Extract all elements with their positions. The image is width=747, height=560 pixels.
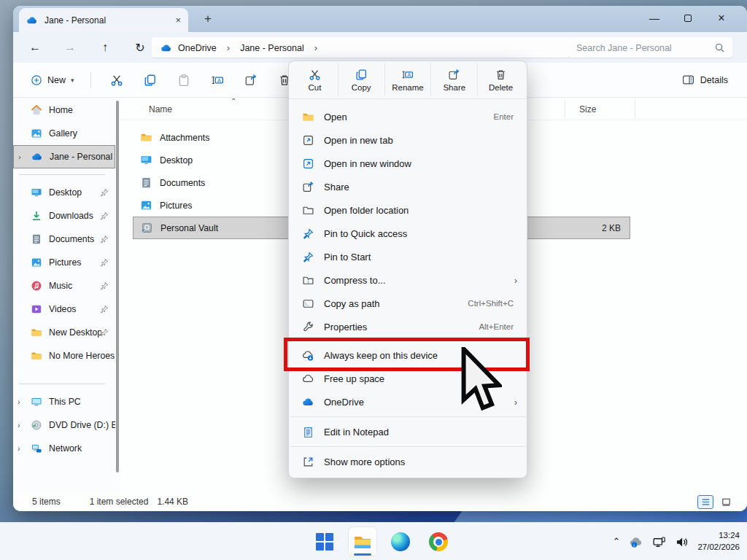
menu-item-copy-as-path[interactable]: Copy as path Ctrl+Shift+C — [289, 292, 527, 315]
menu-divider — [290, 446, 526, 447]
sidebar-item-pictures[interactable]: Pictures — [13, 251, 115, 274]
sidebar-item-no-more-heroes[interactable]: No More Heroes — [13, 344, 115, 368]
sidebar-item-desktop[interactable]: Desktop — [13, 181, 115, 204]
sidebar-item-dvd-drive[interactable]: › DVD Drive (D:) E — [13, 413, 115, 437]
pin-icon — [99, 327, 109, 338]
tab-title: Jane - Personal — [44, 15, 106, 26]
icons-view-button[interactable] — [718, 495, 734, 509]
time: 13:24 — [697, 530, 740, 542]
menu-item-show-more-options[interactable]: Show more options — [289, 450, 527, 473]
sidebar-scrollbar[interactable] — [116, 101, 119, 472]
search-box[interactable] — [568, 37, 732, 58]
menu-item-pin-to-start[interactable]: Pin to Start — [289, 245, 527, 268]
edge-icon — [391, 532, 410, 551]
sidebar-label: This PC — [49, 397, 81, 407]
details-view-button[interactable] — [697, 495, 713, 509]
menu-item-open[interactable]: Open Enter — [289, 105, 527, 128]
new-button[interactable]: New ▾ — [23, 70, 82, 90]
rename-button[interactable] — [201, 69, 234, 92]
sidebar-item-this-pc[interactable]: › This PC — [13, 390, 115, 413]
menu-item-open-new-window[interactable]: Open in new window — [289, 152, 527, 175]
paste-button[interactable] — [167, 69, 201, 92]
taskbar-edge[interactable] — [387, 527, 414, 556]
cut-button[interactable]: Cut — [292, 63, 338, 96]
column-divider[interactable] — [565, 101, 565, 118]
tab-close-icon[interactable]: × — [175, 15, 181, 26]
chrome-icon — [429, 532, 448, 551]
sidebar-item-videos[interactable]: Videos — [13, 298, 115, 321]
sort-ascending-icon: ⌃ — [231, 97, 236, 105]
chevron-right-icon[interactable]: › — [18, 421, 20, 429]
taskbar-file-explorer[interactable] — [349, 527, 376, 556]
chevron-right-icon[interactable]: › — [18, 444, 20, 453]
rename-button[interactable]: Rename — [385, 63, 432, 96]
sidebar-item-new-desktop[interactable]: New Desktop — [13, 321, 115, 344]
details-label: Details — [700, 75, 728, 85]
sidebar-item-music[interactable]: Music — [13, 274, 115, 298]
onedrive-icon — [26, 15, 38, 26]
chevron-right-icon[interactable]: › — [18, 397, 20, 406]
folder-icon — [302, 111, 314, 123]
column-header-name[interactable]: Name — [149, 104, 172, 114]
address-bar[interactable]: OneDrive › Jane - Personal › — [152, 37, 573, 58]
icons-view-icon — [721, 497, 732, 508]
menu-label: OneDrive — [324, 397, 364, 408]
start-button[interactable] — [311, 527, 338, 556]
forward-button[interactable]: → — [53, 41, 88, 54]
selection-count: 1 item selected — [90, 497, 149, 507]
taskbar-clock[interactable]: 13:24 27/02/2026 — [697, 530, 743, 553]
menu-item-pin-quick-access[interactable]: Pin to Quick access — [289, 222, 527, 245]
menu-item-properties[interactable]: Properties Alt+Enter — [289, 315, 527, 338]
menu-label: Show more options — [324, 456, 405, 467]
volume-icon[interactable] — [675, 535, 689, 549]
copy-button[interactable] — [133, 69, 167, 92]
sidebar-item-home[interactable]: Home — [13, 98, 115, 122]
maximize-button[interactable] — [671, 12, 705, 24]
menu-item-open-new-tab[interactable]: Open in new tab — [289, 128, 527, 152]
breadcrumb-onedrive[interactable]: OneDrive — [178, 43, 217, 53]
delete-button[interactable]: Delete — [478, 63, 524, 96]
details-button[interactable]: Details — [682, 74, 737, 86]
explorer-tab[interactable]: Jane - Personal × — [19, 8, 188, 32]
share-button[interactable]: Share — [431, 63, 478, 96]
sidebar-item-documents[interactable]: Documents — [13, 228, 115, 251]
cut-button[interactable] — [100, 69, 133, 92]
onedrive-tray-icon[interactable] — [629, 534, 643, 549]
column-header-size[interactable]: Size — [579, 104, 596, 114]
this-pc-icon — [31, 396, 42, 408]
file-name: Pictures — [160, 201, 192, 211]
menu-item-edit-in-notepad[interactable]: Edit in Notepad — [289, 420, 527, 443]
file-name: Attachments — [160, 133, 209, 143]
copy-button[interactable]: Copy — [338, 63, 385, 96]
chevron-right-icon[interactable]: › — [18, 152, 21, 161]
sidebar-label: Downloads — [49, 211, 93, 221]
menu-item-open-folder-location[interactable]: Open folder location — [289, 198, 527, 222]
file-name: Desktop — [160, 155, 193, 166]
toolbar-divider — [90, 72, 91, 88]
documents-icon — [140, 176, 152, 189]
folder-icon — [31, 350, 42, 362]
up-button[interactable]: ↑ — [88, 41, 123, 54]
chevron-right-icon: › — [222, 42, 234, 53]
sidebar-item-gallery[interactable]: Gallery — [13, 122, 115, 145]
network-tray-icon[interactable] — [652, 535, 666, 549]
minimize-button[interactable]: — — [638, 12, 671, 24]
sidebar-item-downloads[interactable]: Downloads — [13, 204, 115, 228]
title-bar: Jane - Personal × + — × — [13, 6, 747, 32]
tray-overflow-button[interactable]: ⌃ — [613, 536, 621, 547]
menu-item-compress-to[interactable]: Compress to... › — [289, 268, 527, 292]
back-button[interactable]: ← — [18, 41, 53, 54]
sidebar-item-jane-personal[interactable]: › Jane - Personal — [13, 145, 115, 168]
sidebar-item-network[interactable]: › Network — [13, 437, 115, 460]
menu-item-share[interactable]: Share — [289, 175, 527, 198]
share-button[interactable] — [234, 69, 268, 92]
search-input[interactable] — [575, 42, 714, 54]
new-tab-button[interactable]: + — [204, 12, 212, 26]
close-button[interactable]: × — [705, 12, 738, 25]
column-divider[interactable] — [635, 101, 635, 118]
taskbar-chrome[interactable] — [425, 527, 452, 556]
home-icon — [31, 104, 42, 116]
open-new-window-icon — [302, 158, 314, 170]
notepad-icon — [302, 426, 314, 438]
breadcrumb-current[interactable]: Jane - Personal — [240, 43, 304, 53]
